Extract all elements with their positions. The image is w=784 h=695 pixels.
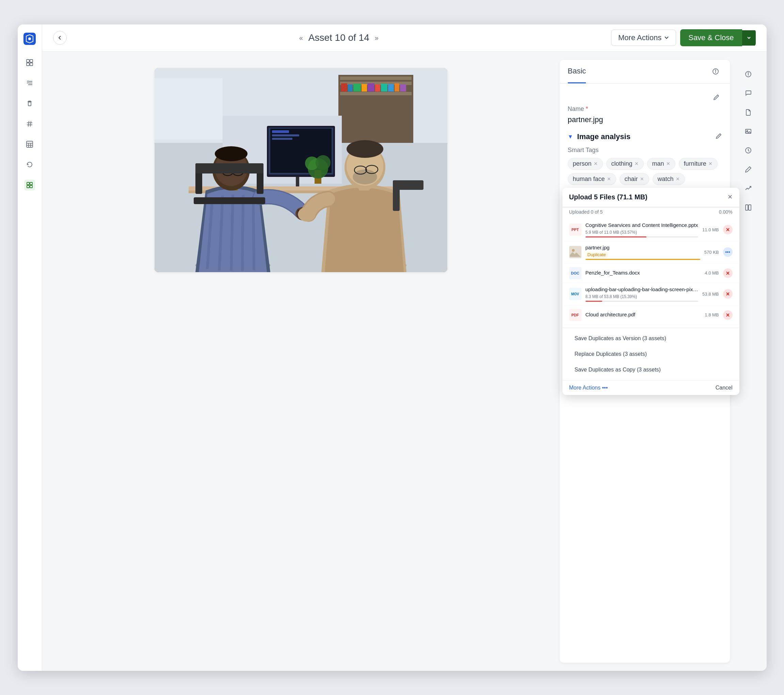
file-cancel-button[interactable] — [723, 268, 733, 278]
tag-remove-button[interactable]: ✕ — [594, 161, 598, 166]
panel-info-icon[interactable] — [710, 65, 722, 77]
smart-tag: human face✕ — [568, 173, 616, 185]
nav-next-button[interactable]: » — [372, 33, 381, 43]
file-size: 53.8 MB — [702, 292, 719, 297]
svg-rect-2 — [26, 59, 29, 62]
file-progress-bar — [586, 259, 700, 260]
svg-line-10 — [28, 121, 29, 127]
more-actions-button[interactable]: More Actions — [611, 30, 676, 46]
name-field-group: Name * partner.jpg — [568, 105, 722, 124]
image-analysis-header[interactable]: ▼ Image analysis — [568, 132, 722, 141]
upload-action-2[interactable]: Save Duplicates as Copy (3 assets) — [569, 363, 733, 376]
upload-action-1[interactable]: Replace Duplicates (3 assets) — [569, 348, 733, 361]
tag-remove-button[interactable]: ✕ — [607, 176, 611, 182]
strip-compare-icon[interactable] — [742, 201, 754, 214]
file-cancel-button[interactable] — [723, 225, 733, 234]
upload-cancel-button[interactable]: Cancel — [716, 385, 733, 391]
svg-rect-30 — [348, 84, 352, 92]
name-label: Name * — [568, 105, 588, 113]
save-close-group: Save & Close — [680, 29, 755, 46]
svg-rect-5 — [30, 63, 33, 66]
svg-rect-89 — [393, 180, 423, 190]
file-cancel-button[interactable] — [723, 289, 733, 299]
tag-remove-button[interactable]: ✕ — [708, 161, 713, 166]
file-sub-status: 8.3 MB of 53.8 MB (15.39%) — [586, 294, 637, 299]
file-type-icon: MOV — [569, 288, 581, 300]
app-logo[interactable] — [23, 33, 36, 45]
tag-remove-button[interactable]: ✕ — [666, 161, 670, 166]
progress-percent: 0.00% — [719, 209, 733, 215]
sidebar-layers-icon[interactable] — [24, 180, 35, 191]
upload-action-0[interactable]: Save Duplicates as Version (3 assets) — [569, 332, 733, 345]
tag-remove-button[interactable]: ✕ — [676, 176, 680, 182]
sidebar-table-icon[interactable] — [24, 139, 35, 150]
svg-line-63 — [242, 195, 243, 271]
svg-rect-20 — [30, 182, 32, 185]
file-info: Cloud architecture.pdf — [586, 312, 701, 319]
strip-file-icon[interactable] — [742, 106, 754, 118]
tab-basic[interactable]: Basic — [568, 60, 586, 83]
svg-rect-33 — [368, 83, 374, 92]
svg-rect-29 — [341, 83, 347, 92]
file-name: Cognitive Searvices and Content Intellig… — [586, 222, 698, 228]
file-progress-fill — [586, 301, 603, 302]
svg-rect-14 — [26, 141, 33, 147]
file-progress-bar — [586, 237, 698, 237]
upload-file-item: PDF Cloud architecture.pdf 1.8 MB — [562, 306, 740, 325]
file-progress-bar — [586, 301, 698, 302]
svg-point-92 — [715, 70, 716, 71]
tag-remove-button[interactable]: ✕ — [634, 161, 639, 166]
sidebar-checklist-icon[interactable] — [24, 77, 35, 89]
sidebar-grid-icon[interactable] — [24, 57, 35, 68]
nav-prev-button[interactable]: « — [296, 33, 306, 43]
sidebar-history-icon[interactable] — [24, 159, 35, 170]
name-value: partner.jpg — [568, 115, 722, 124]
svg-point-78 — [347, 140, 383, 158]
svg-point-52 — [316, 155, 331, 170]
image-analysis-edit-icon[interactable] — [716, 133, 722, 141]
save-close-dropdown-button[interactable] — [742, 30, 756, 46]
svg-point-104 — [572, 249, 575, 252]
svg-line-11 — [30, 121, 31, 127]
svg-line-64 — [253, 196, 254, 270]
file-size: 1.8 MB — [705, 312, 719, 317]
strip-comment-icon[interactable] — [742, 87, 754, 99]
strip-trending-icon[interactable] — [742, 182, 754, 195]
file-name: Penzle_for_Teams.docx — [586, 270, 701, 276]
svg-point-97 — [746, 130, 748, 131]
more-actions-label: More Actions — [618, 33, 661, 42]
smart-tags-label: Smart Tags — [568, 146, 722, 154]
file-info: Cognitive Searvices and Content Intellig… — [586, 222, 698, 237]
upload-file-item: PPT Cognitive Searvices and Content Inte… — [562, 219, 740, 241]
upload-modal: Upload 5 Files (71.1 MB) ✕ Uploaded 0 of… — [562, 188, 740, 395]
strip-edit-icon[interactable] — [742, 163, 754, 176]
tag-remove-button[interactable]: ✕ — [640, 176, 644, 182]
svg-rect-35 — [381, 84, 387, 92]
sidebar-trash-icon[interactable] — [24, 98, 35, 109]
strip-info-icon[interactable] — [742, 68, 754, 80]
file-name: uploading-bar-uploading-bar-loading-scre… — [586, 286, 698, 292]
strip-clock-icon[interactable] — [742, 144, 754, 156]
field-edit-icon[interactable] — [711, 92, 722, 103]
file-type-icon: PPT — [569, 223, 581, 236]
svg-rect-39 — [155, 78, 222, 140]
svg-rect-19 — [27, 182, 29, 185]
svg-point-68 — [215, 146, 247, 161]
section-collapse-icon: ▼ — [568, 134, 573, 140]
upload-more-actions-button[interactable]: More Actions ••• — [569, 385, 608, 391]
sidebar-hashtag-icon[interactable] — [24, 118, 35, 129]
upload-close-button[interactable]: ✕ — [728, 193, 733, 201]
save-close-button[interactable]: Save & Close — [680, 29, 742, 46]
svg-rect-9 — [28, 102, 31, 106]
svg-rect-32 — [362, 84, 367, 92]
file-more-button[interactable]: ••• — [723, 247, 733, 257]
svg-rect-45 — [272, 135, 299, 136]
file-cancel-button[interactable] — [723, 310, 733, 320]
file-size: 4.0 MB — [705, 270, 719, 276]
svg-rect-86 — [195, 163, 264, 174]
strip-gallery-icon[interactable] — [742, 125, 754, 138]
left-sidebar — [18, 25, 42, 671]
image-analysis-title: Image analysis — [577, 132, 631, 141]
back-button[interactable] — [53, 31, 67, 44]
smart-tag: man✕ — [647, 158, 675, 170]
